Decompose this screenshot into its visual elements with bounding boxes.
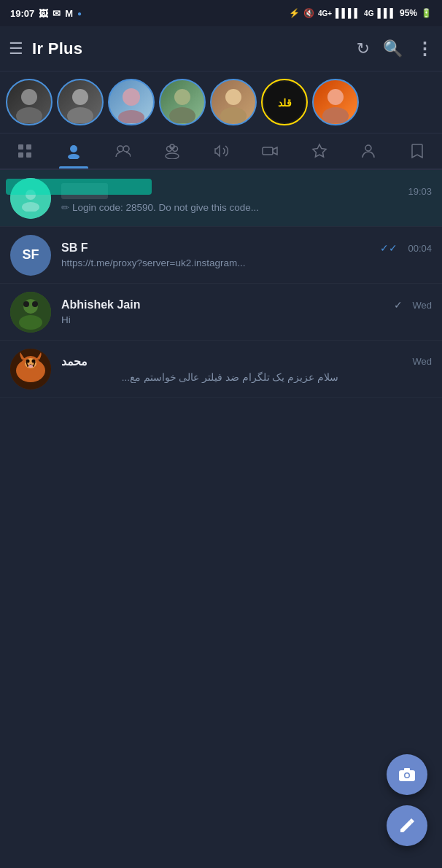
svg-point-33 — [23, 301, 29, 307]
chat-body-3: Abhishek Jain ✓ Wed Hi — [61, 298, 432, 325]
svg-point-4 — [123, 88, 140, 106]
svg-point-9 — [220, 107, 247, 123]
chat-preview-2: https://t.me/proxy?server=uk2.instagram.… — [61, 257, 338, 268]
svg-point-3 — [67, 107, 93, 123]
tab-favorites[interactable] — [295, 133, 344, 168]
single-check-icon: ✓ — [394, 299, 403, 311]
chat-body-2: SB F ✓✓ 00:04 https://t.me/proxy?server=… — [61, 241, 432, 268]
story-avatar-2[interactable] — [57, 79, 104, 125]
chat-name-1 — [61, 183, 108, 199]
chat-preview-3: Hi — [61, 314, 338, 325]
svg-rect-14 — [18, 144, 23, 150]
svg-point-19 — [68, 154, 80, 159]
svg-rect-45 — [404, 768, 410, 771]
chat-body-1: 19:03 ✏ Login code: 28590. Do not give t… — [61, 183, 432, 213]
battery-icon: 🔋 — [421, 8, 432, 18]
edit-pencil-icon: ✏ — [61, 202, 69, 213]
mail-icon: ✉ — [53, 8, 61, 19]
story-avatar-5[interactable] — [210, 79, 257, 125]
tab-groups[interactable] — [147, 133, 196, 168]
chat-avatar-blurred-1 — [10, 178, 51, 219]
svg-point-13 — [322, 107, 349, 123]
tab-saved[interactable] — [393, 133, 442, 168]
chat-item-4[interactable]: محمد Wed سلام عزیزم یک تلگرام ضد فیلتر ع… — [0, 341, 442, 398]
svg-point-27 — [365, 145, 371, 151]
svg-rect-17 — [26, 152, 31, 158]
chat-time-1: 19:03 — [408, 186, 432, 197]
more-options-button[interactable]: ⋮ — [416, 39, 433, 59]
chat-item-3[interactable]: Abhishek Jain ✓ Wed Hi — [0, 284, 442, 341]
stories-row: قلد — [0, 71, 442, 133]
svg-point-39 — [26, 359, 30, 363]
double-check-icon: ✓✓ — [380, 242, 398, 254]
battery-level: 95% — [400, 8, 417, 18]
fab-container — [387, 754, 427, 846]
svg-point-6 — [174, 89, 190, 105]
svg-point-34 — [32, 301, 38, 307]
svg-point-8 — [225, 89, 241, 105]
chat-avatar-3 — [10, 292, 51, 333]
chat-list: 19:03 ✏ Login code: 28590. Do not give t… — [0, 170, 442, 398]
svg-point-41 — [28, 365, 33, 368]
gmail-icon: M — [65, 8, 73, 19]
svg-point-5 — [118, 110, 144, 123]
refresh-button[interactable]: ↺ — [357, 39, 370, 58]
svg-point-32 — [19, 315, 42, 330]
tab-grid[interactable] — [0, 133, 49, 168]
topbar: ☰ Ir Plus ↺ 🔍 ⋮ — [0, 26, 442, 71]
chat-name-4: محمد — [61, 354, 88, 368]
svg-point-7 — [169, 107, 195, 123]
tab-chats[interactable] — [49, 133, 98, 168]
tab-bar — [0, 133, 442, 170]
tab-channels[interactable] — [196, 133, 245, 168]
network-4g-icon: 4G+ — [318, 9, 332, 18]
svg-rect-15 — [26, 144, 31, 150]
chat-avatar-4 — [10, 349, 51, 390]
story-avatar-1[interactable] — [6, 79, 53, 125]
svg-point-2 — [72, 89, 88, 105]
svg-point-0 — [21, 89, 37, 105]
story-avatar-3[interactable] — [108, 79, 155, 125]
empty-area — [0, 398, 442, 711]
menu-button[interactable]: ☰ — [9, 41, 23, 57]
story-avatar-4[interactable] — [159, 79, 206, 125]
svg-point-29 — [22, 202, 39, 212]
svg-point-1 — [16, 107, 42, 123]
svg-point-25 — [166, 153, 179, 159]
story-avatar-6[interactable]: قلد — [261, 79, 308, 125]
dot-icon: ● — [77, 9, 82, 18]
tab-new-contacts[interactable] — [98, 133, 147, 168]
svg-point-21 — [123, 146, 129, 152]
app-title: Ir Plus — [32, 39, 348, 58]
svg-text:قلد: قلد — [278, 98, 292, 109]
chat-time-4: Wed — [413, 356, 433, 367]
tab-profile[interactable] — [344, 133, 392, 168]
network-4g2-icon: 4G — [364, 9, 373, 18]
chat-body-4: محمد Wed سلام عزیزم یک تلگرام ضد فیلتر ع… — [61, 354, 432, 383]
topbar-actions: ↺ 🔍 ⋮ — [357, 39, 433, 59]
chat-item-2[interactable]: SF SB F ✓✓ 00:04 https://t.me/proxy?serv… — [0, 227, 442, 284]
chat-time-2: 00:04 — [408, 243, 432, 254]
story-avatar-7[interactable] — [312, 79, 359, 125]
search-button[interactable]: 🔍 — [383, 39, 403, 58]
svg-point-44 — [406, 774, 409, 778]
svg-point-20 — [117, 146, 123, 152]
chat-name-3: Abhishek Jain — [61, 298, 140, 311]
status-time: 19:07 — [10, 8, 34, 19]
chat-item-1[interactable]: 19:03 ✏ Login code: 28590. Do not give t… — [0, 170, 442, 227]
antenna-icon: ⚡ — [289, 8, 300, 18]
compose-fab-button[interactable] — [387, 805, 427, 846]
camera-fab-button[interactable] — [387, 754, 427, 795]
svg-point-18 — [70, 145, 77, 152]
photo-icon: 🖼 — [39, 8, 48, 19]
mute-icon: 🔇 — [303, 8, 314, 18]
chat-avatar-2: SF — [10, 235, 51, 276]
chat-preview-4: سلام عزیزم یک تلگرام ضد فیلتر عالی خواست… — [61, 371, 338, 383]
signal-bars2-icon: ▌▌▌ — [377, 8, 396, 18]
tab-video[interactable] — [246, 133, 295, 168]
status-bar: 19:07 🖼 ✉ M ● ⚡ 🔇 4G+ ▌▌▌▌ 4G ▌▌▌ 95% 🔋 — [0, 0, 442, 26]
svg-point-40 — [32, 359, 36, 363]
svg-point-12 — [327, 89, 344, 105]
svg-point-28 — [26, 190, 36, 200]
chat-name-2: SB F — [61, 241, 88, 255]
